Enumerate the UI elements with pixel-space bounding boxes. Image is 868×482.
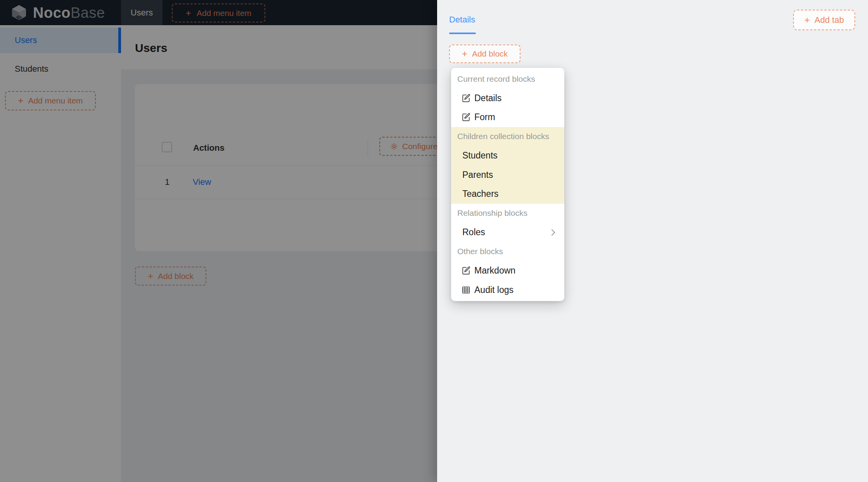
menu-item-label: Details <box>474 93 501 103</box>
menu-item-audit-logs[interactable]: Audit logs <box>451 281 564 300</box>
active-tab-underline <box>449 33 476 34</box>
plus-icon: + <box>462 49 467 59</box>
menu-group-relationship-blocks: Relationship blocks <box>451 204 564 223</box>
menu-item-label: Form <box>474 112 495 122</box>
menu-item-teachers[interactable]: Teachers <box>451 184 564 204</box>
add-block-label: Add block <box>472 49 508 59</box>
table-icon <box>461 285 471 295</box>
menu-item-label: Parents <box>462 170 493 180</box>
plus-icon: + <box>804 15 810 25</box>
drawer-mask[interactable] <box>0 0 437 482</box>
menu-item-label: Students <box>462 150 498 161</box>
menu-group-other-blocks: Other blocks <box>451 242 564 262</box>
menu-group-current-record-blocks: Current record blocks <box>451 69 564 89</box>
menu-item-markdown[interactable]: Markdown <box>451 261 564 281</box>
menu-item-parents[interactable]: Parents <box>451 165 564 185</box>
menu-item-label: Roles <box>462 227 485 238</box>
menu-group-children-collection-blocks: Children collection blocks <box>451 127 564 146</box>
add-tab-button[interactable]: + Add tab <box>793 10 855 30</box>
menu-item-roles[interactable]: Roles <box>451 223 564 242</box>
add-block-dropdown-menu: Current record blocks Details Form Child… <box>451 68 564 301</box>
edit-square-icon <box>461 112 471 122</box>
menu-item-form[interactable]: Form <box>451 108 564 127</box>
add-block-button-drawer[interactable]: + Add block <box>449 45 520 63</box>
highlighted-menu-section: Children collection blocks Students Pare… <box>451 127 564 204</box>
edit-square-icon <box>461 266 471 275</box>
add-tab-label: Add tab <box>814 15 844 25</box>
menu-item-label: Teachers <box>462 189 498 199</box>
menu-item-label: Markdown <box>474 265 515 276</box>
menu-item-details[interactable]: Details <box>451 89 564 108</box>
menu-item-label: Audit logs <box>474 285 514 295</box>
drawer-tab-details[interactable]: Details <box>449 15 475 25</box>
menu-item-students[interactable]: Students <box>451 146 564 165</box>
app-root: NocoBase Users + Add menu item Users Stu… <box>0 0 868 482</box>
chevron-right-icon <box>549 229 555 236</box>
drawer-tab-label: Details <box>449 15 475 24</box>
edit-square-icon <box>461 93 471 103</box>
